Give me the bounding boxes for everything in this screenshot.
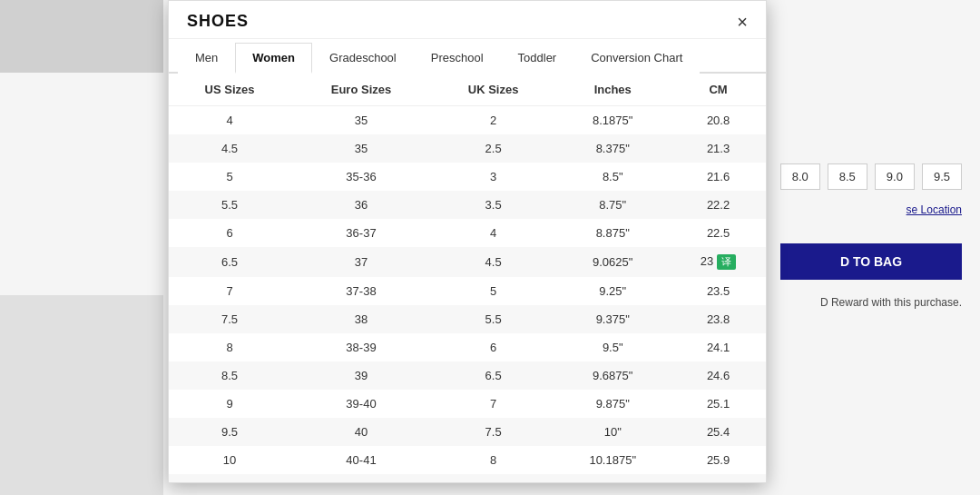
table-cell: 35 — [290, 106, 432, 135]
table-header: US Sizes Euro Sizes UK Sizes Inches CM — [169, 74, 766, 106]
table-cell: 23.8 — [671, 305, 766, 333]
location-link[interactable]: se Location — [780, 203, 962, 216]
table-cell: 3 — [432, 163, 554, 191]
table-cell: 20.8 — [671, 106, 766, 135]
table-cell: 9.875" — [554, 390, 671, 418]
table-row: 7.5385.59.375"23.8 — [169, 305, 766, 333]
table-cell: 6.5 — [169, 247, 290, 277]
table-cell: 10.5 — [169, 474, 290, 482]
table-cell: 5.5 — [169, 191, 290, 219]
tab-bar: Men Women Gradeschool Preschool Toddler … — [169, 43, 766, 74]
table-cell: 9.0625" — [554, 247, 671, 277]
col-inches: Inches — [554, 74, 671, 106]
table-cell: 8.5" — [554, 163, 671, 191]
table-cell: 7.5 — [432, 418, 554, 446]
table-row: 636-3748.875"22.5 — [169, 219, 766, 247]
size-btn-8[interactable]: 8.0 — [780, 163, 820, 190]
col-uk-sizes: UK Sizes — [432, 74, 554, 106]
table-cell: 39 — [290, 361, 432, 390]
tab-gradeschool[interactable]: Gradeschool — [312, 43, 414, 74]
table-cell: 25.9 — [671, 446, 766, 474]
size-chart-modal: SHOES × Men Women Gradeschool Preschool … — [168, 0, 767, 483]
table-cell: 5 — [169, 163, 290, 191]
table-cell: 39-40 — [290, 390, 432, 418]
table-cell: 7 — [432, 390, 554, 418]
size-table: US Sizes Euro Sizes UK Sizes Inches CM 4… — [169, 74, 766, 482]
table-row: 6.5374.59.0625"23译 — [169, 247, 766, 277]
table-cell: 40-41 — [290, 446, 432, 474]
table-cell: 9.25" — [554, 277, 671, 305]
modal-header: SHOES × — [169, 1, 766, 39]
modal-title: SHOES — [187, 12, 249, 31]
table-cell: 4 — [432, 219, 554, 247]
table-cell: 25.4 — [671, 418, 766, 446]
table-cell: 3.5 — [432, 191, 554, 219]
table-cell: 8.5 — [432, 474, 554, 482]
table-cell: 37 — [290, 247, 432, 277]
table-cell: 36-37 — [290, 219, 432, 247]
tab-women[interactable]: Women — [235, 43, 312, 74]
table-cell: 37-38 — [290, 277, 432, 305]
table-cell: 10 — [169, 446, 290, 474]
table-cell: 22.5 — [671, 219, 766, 247]
table-cell: 2 — [432, 106, 554, 135]
table-cell: 4 — [169, 106, 290, 135]
table-cell: 7.5 — [169, 305, 290, 333]
table-row: 535-3638.5"21.6 — [169, 163, 766, 191]
table-cell: 10" — [554, 418, 671, 446]
table-cell: 9.6875" — [554, 361, 671, 390]
size-btn-9-5[interactable]: 9.5 — [922, 163, 962, 190]
table-cell: 35-36 — [290, 163, 432, 191]
col-us-sizes: US Sizes — [169, 74, 290, 106]
table-cell: 6 — [432, 333, 554, 361]
table-cell: 4.5 — [432, 247, 554, 277]
shoe-image-top — [0, 0, 163, 73]
tab-toddler[interactable]: Toddler — [501, 43, 574, 74]
table-cell: 8 — [432, 446, 554, 474]
table-cell: 5.5 — [432, 305, 554, 333]
table-cell: 21.6 — [671, 163, 766, 191]
size-btn-9[interactable]: 9.0 — [875, 163, 915, 190]
table-cell: 21.3 — [671, 134, 766, 163]
table-cell: 38 — [290, 305, 432, 333]
table-row: 1040-41810.1875"25.9 — [169, 446, 766, 474]
table-cell: 9.5" — [554, 333, 671, 361]
table-cell: 10.3125" — [554, 474, 671, 482]
table-cell: 41 — [290, 474, 432, 482]
close-button[interactable]: × — [737, 13, 748, 31]
table-row: 4.5352.58.375"21.3 — [169, 134, 766, 163]
table-row: 8.5396.59.6875"24.6 — [169, 361, 766, 390]
table-cell: 40 — [290, 418, 432, 446]
add-to-bag-button[interactable]: D TO BAG — [780, 243, 962, 280]
translate-badge[interactable]: 译 — [717, 254, 736, 270]
table-row: 10.5418.510.3125"26.2 — [169, 474, 766, 482]
size-btn-8-5[interactable]: 8.5 — [828, 163, 867, 190]
table-cell: 25.1 — [671, 390, 766, 418]
size-table-container[interactable]: US Sizes Euro Sizes UK Sizes Inches CM 4… — [169, 74, 766, 482]
table-body: 43528.1875"20.84.5352.58.375"21.3535-363… — [169, 106, 766, 483]
tab-conversion-chart[interactable]: Conversion Chart — [573, 43, 700, 74]
table-cell: 22.2 — [671, 191, 766, 219]
table-row: 9.5407.510"25.4 — [169, 418, 766, 446]
table-cell: 35 — [290, 134, 432, 163]
table-row: 43528.1875"20.8 — [169, 106, 766, 135]
size-buttons-row: 8.0 8.5 9.0 9.5 — [780, 163, 962, 190]
shoe-image-bottom — [0, 295, 163, 495]
table-cell: 9.5 — [169, 418, 290, 446]
table-cell: 24.6 — [671, 361, 766, 390]
table-cell: 36 — [290, 191, 432, 219]
table-cell: 6.5 — [432, 361, 554, 390]
table-cell: 8.1875" — [554, 106, 671, 135]
table-cell: 8.5 — [169, 361, 290, 390]
reward-text: D Reward with this purchase. — [820, 296, 962, 309]
table-cell: 24.1 — [671, 333, 766, 361]
table-row: 737-3859.25"23.5 — [169, 277, 766, 305]
table-cell: 10.1875" — [554, 446, 671, 474]
table-cell: 2.5 — [432, 134, 554, 163]
col-euro-sizes: Euro Sizes — [290, 74, 432, 106]
tab-men[interactable]: Men — [178, 43, 235, 74]
tab-preschool[interactable]: Preschool — [414, 43, 501, 74]
table-cell: 4.5 — [169, 134, 290, 163]
table-cell: 9.375" — [554, 305, 671, 333]
table-cell: 8.75" — [554, 191, 671, 219]
